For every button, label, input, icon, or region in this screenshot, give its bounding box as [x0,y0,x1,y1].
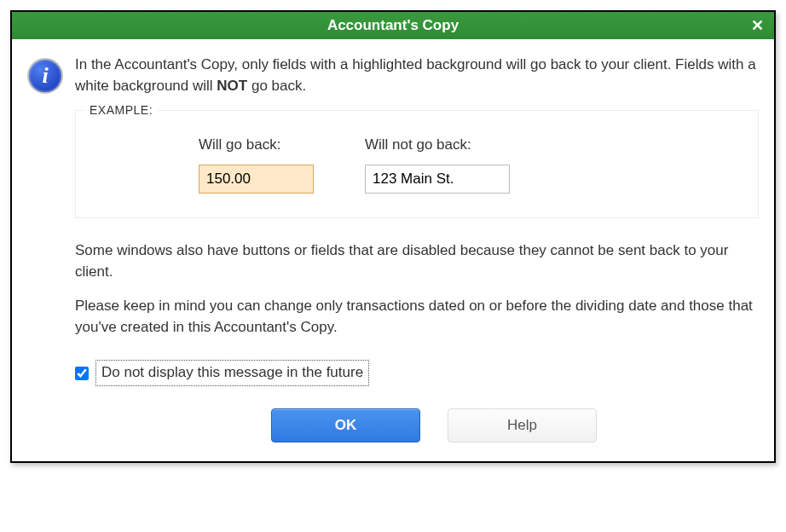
example-will-not-go-back-col: Will not go back: [365,135,510,194]
titlebar: Accountant's Copy ✕ [12,12,774,39]
example-columns: Will go back: Will not go back: [96,135,737,194]
example-will-go-back-col: Will go back: [199,135,314,194]
dialog-body: In the Accountant's Copy, only fields wi… [75,55,759,442]
dialog-content: i In the Accountant's Copy, only fields … [12,39,774,461]
will-not-go-back-field[interactable] [365,165,510,194]
close-icon[interactable]: ✕ [751,18,764,33]
intro-text: In the Accountant's Copy, only fields wi… [75,55,759,96]
dialog-title: Accountant's Copy [327,17,459,33]
do-not-display-label[interactable]: Do not display this message in the futur… [95,360,369,386]
disabled-note-text: Some windows also have buttons or fields… [75,240,759,282]
intro-bold: NOT [217,78,247,94]
info-icon: i [27,58,63,94]
example-group: EXAMPLE: Will go back: Will not go back: [75,110,759,218]
ok-button[interactable]: OK [271,408,420,442]
example-legend: EXAMPLE: [84,101,158,119]
will-go-back-field[interactable] [199,165,314,194]
will-not-go-back-label: Will not go back: [365,135,510,156]
intro-part1: In the Accountant's Copy, only fields wi… [75,56,756,94]
help-button[interactable]: Help [448,408,597,442]
button-row: OK Help [75,408,759,442]
do-not-display-checkbox[interactable] [75,367,89,380]
will-go-back-label: Will go back: [199,135,314,156]
dividing-date-note-text: Please keep in mind you can change only … [75,296,759,338]
dialog-window: Accountant's Copy ✕ i In the Accountant'… [10,10,776,463]
do-not-display-row: Do not display this message in the futur… [75,360,369,386]
intro-part2: go back. [247,78,306,94]
